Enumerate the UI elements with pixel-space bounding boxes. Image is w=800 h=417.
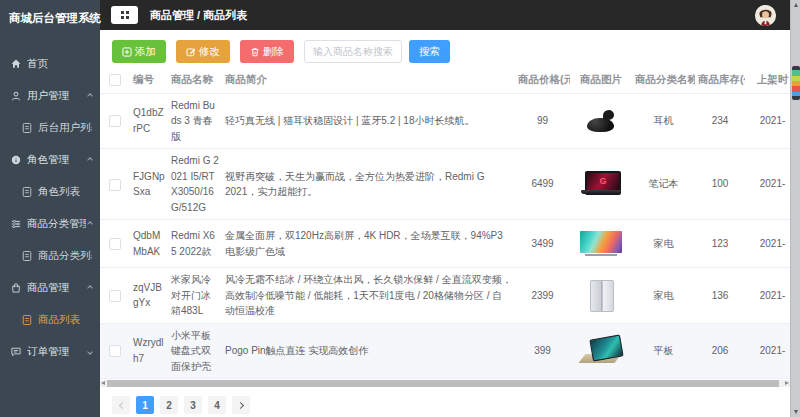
sidebar-item-label: 用户管理	[27, 89, 86, 103]
sidebar-item-admin-user-list[interactable]: 后台用户列表	[0, 112, 100, 144]
search-button[interactable]: 搜索	[409, 40, 450, 63]
shopping-bag-icon	[10, 282, 22, 294]
column-header-category: 商品分类名称	[632, 67, 695, 93]
select-all-checkbox[interactable]	[109, 74, 121, 86]
sidebar-item-user-management[interactable]: 用户管理	[0, 80, 100, 112]
product-image	[589, 279, 613, 311]
cell-date: 2021-	[745, 149, 790, 220]
row-checkbox[interactable]	[109, 290, 121, 302]
cell-price: 99	[515, 93, 570, 149]
cell-stock: 206	[695, 323, 745, 379]
menu-collapse-button[interactable]	[111, 6, 138, 24]
table-row[interactable]: zqVJBgYx 米家风冷对开门冰箱483L 风冷无霜不结冰 / 环绕立体出风，…	[100, 268, 790, 324]
pagination-page-2[interactable]: 2	[160, 396, 178, 414]
sidebar-item-label: 首页	[27, 57, 92, 71]
pagination-page-3[interactable]: 3	[184, 396, 202, 414]
delete-button[interactable]: 删除	[240, 40, 294, 63]
add-button[interactable]: 添加	[112, 40, 166, 63]
table-row-highlighted[interactable]: Wzrydlh7 小米平板 键盘式双面保护壳 Pogo Pin触点直连 实现高效…	[100, 323, 790, 379]
horizontal-scrollbar-thumb[interactable]	[107, 380, 779, 387]
column-header-desc: 商品简介	[222, 67, 515, 93]
avatar-image	[755, 5, 776, 26]
sidebar-item-product-list[interactable]: 商品列表	[0, 304, 100, 336]
cell-name: 小米平板 键盘式双面保护壳	[168, 323, 222, 379]
sidebar-item-category-list[interactable]: 商品分类列表	[0, 240, 100, 272]
document-icon	[21, 314, 33, 326]
product-image	[581, 171, 621, 198]
cell-price: 3499	[515, 220, 570, 268]
sidebar-item-product-management[interactable]: 商品管理	[0, 272, 100, 304]
document-icon	[21, 186, 33, 198]
cell-stock: 136	[695, 268, 745, 324]
user-avatar[interactable]	[755, 5, 776, 26]
table-row[interactable]: QdbMMbAK Redmi X65 2022款 金属全面屏，双120Hz高刷屏…	[100, 220, 790, 268]
row-checkbox[interactable]	[109, 179, 121, 191]
chevron-up-icon	[87, 157, 93, 163]
product-image	[584, 108, 618, 134]
app-title: 商城后台管理系统	[0, 0, 100, 36]
cell-id: QdbMMbAK	[130, 220, 168, 268]
column-header-price: 商品价格(元)	[515, 67, 570, 93]
column-header-stock: 商品库存(件)	[695, 67, 745, 93]
row-checkbox[interactable]	[109, 345, 121, 357]
top-header: 商品管理 / 商品列表	[100, 0, 790, 30]
scroll-up-icon[interactable]	[794, 3, 798, 7]
cell-category: 家电	[632, 220, 695, 268]
pagination-page-4[interactable]: 4	[208, 396, 226, 414]
vertical-scrollbar[interactable]	[790, 0, 800, 417]
scroll-right-icon[interactable]	[785, 381, 789, 385]
sidebar-item-label: 商品管理	[27, 281, 86, 295]
home-icon	[10, 58, 22, 70]
horizontal-scrollbar[interactable]	[100, 380, 790, 387]
product-table: 编号 商品名称 商品简介 商品价格(元) 商品图片 商品分类名称 商品库存(件)…	[100, 67, 790, 379]
scroll-down-icon[interactable]	[794, 410, 798, 414]
sidebar-menu: 首页 用户管理 后台用户列表 角色管理 角色列表 商品分类管理 商品分	[0, 48, 100, 368]
sidebar-item-label: 后台用户列表	[38, 121, 92, 135]
sidebar-item-label: 商品分类管理	[27, 217, 86, 231]
edit-button[interactable]: 修改	[176, 40, 230, 63]
cell-desc: 金属全面屏，双120Hz高刷屏，4K HDR，全场景互联，94%P3电影级广色域	[222, 220, 515, 268]
chevron-down-icon	[87, 349, 93, 355]
chevron-left-icon	[118, 401, 125, 408]
table-row[interactable]: Q1dbZrPC Redmi Buds 3 青春版 轻巧真无线 | 猫耳状稳固设…	[100, 93, 790, 149]
vertical-scrollbar-thumb[interactable]	[792, 66, 800, 100]
breadcrumb: 商品管理 / 商品列表	[150, 8, 755, 23]
main-content: 添加 修改 删除 搜索 编号 商品名称 商品简介	[100, 30, 790, 417]
pagination-prev-button[interactable]	[112, 396, 130, 414]
product-image	[578, 336, 624, 366]
table-row[interactable]: FJGNpSxa Redmi G 2021 I5/RTX3050/16G/512…	[100, 149, 790, 220]
cell-desc: 视野再突破，天生为赢而战，全方位为热爱进阶，Redmi G 2021，实力超能打…	[222, 149, 515, 220]
user-icon	[10, 90, 22, 102]
cell-category: 平板	[632, 323, 695, 379]
edit-button-label: 修改	[199, 45, 220, 59]
search-input[interactable]	[304, 40, 402, 63]
cell-stock: 234	[695, 93, 745, 149]
cell-date: 2021-	[745, 268, 790, 324]
scroll-left-icon[interactable]	[101, 381, 105, 385]
sidebar-item-label: 角色管理	[27, 153, 86, 167]
sidebar-item-role-list[interactable]: 角色列表	[0, 176, 100, 208]
column-header-image: 商品图片	[570, 67, 632, 93]
document-icon	[21, 122, 33, 134]
cell-name: 米家风冷对开门冰箱483L	[168, 268, 222, 324]
cell-price: 6499	[515, 149, 570, 220]
document-icon	[21, 250, 33, 262]
column-header-id: 编号	[130, 67, 168, 93]
chevron-up-icon	[87, 221, 93, 227]
pagination-page-1[interactable]: 1	[136, 396, 154, 414]
table-header-row: 编号 商品名称 商品简介 商品价格(元) 商品图片 商品分类名称 商品库存(件)…	[100, 67, 790, 93]
chevron-up-icon	[87, 285, 93, 291]
pagination-next-button[interactable]	[232, 396, 250, 414]
cell-desc: Pogo Pin触点直连 实现高效创作	[222, 323, 515, 379]
sidebar-item-label: 订单管理	[27, 345, 86, 359]
sidebar-item-category-management[interactable]: 商品分类管理	[0, 208, 100, 240]
row-checkbox[interactable]	[109, 238, 121, 250]
sidebar-item-order-management[interactable]: 订单管理	[0, 336, 100, 368]
cell-price: 2399	[515, 268, 570, 324]
sidebar-item-role-management[interactable]: 角色管理	[0, 144, 100, 176]
product-image	[580, 231, 622, 257]
row-checkbox[interactable]	[109, 115, 121, 127]
cell-id: zqVJBgYx	[130, 268, 168, 324]
sidebar-item-home[interactable]: 首页	[0, 48, 100, 80]
search-button-label: 搜索	[419, 45, 440, 59]
